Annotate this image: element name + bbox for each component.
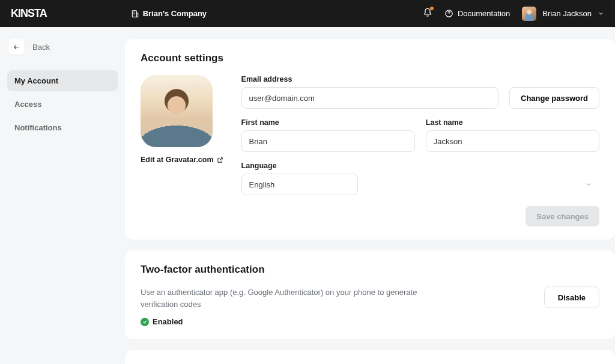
save-changes-button[interactable]: Save changes bbox=[526, 206, 599, 226]
email-field[interactable] bbox=[241, 87, 498, 109]
two-factor-disable-button[interactable]: Disable bbox=[544, 287, 599, 308]
last-name-label: Last name bbox=[426, 118, 599, 127]
logo: KINSTA bbox=[11, 7, 47, 20]
two-factor-title: Two-factor authentication bbox=[141, 264, 599, 276]
change-password-button[interactable]: Change password bbox=[509, 87, 599, 109]
page-title: Account settings bbox=[141, 52, 599, 64]
arrow-left-icon bbox=[13, 43, 20, 51]
user-name: Brian Jackson bbox=[542, 9, 592, 18]
chevron-down-icon bbox=[585, 181, 592, 188]
email-label: Email address bbox=[241, 75, 498, 83]
user-menu[interactable]: Brian Jackson bbox=[522, 7, 604, 21]
last-name-field[interactable] bbox=[426, 130, 599, 152]
sidebar-item-access[interactable]: Access bbox=[7, 94, 118, 115]
ssh-keys-card: SSH keys bbox=[125, 350, 615, 364]
sidebar: Back My Account Access Notifications bbox=[0, 27, 125, 364]
avatar bbox=[522, 7, 536, 21]
language-label: Language bbox=[241, 162, 599, 170]
back-button[interactable] bbox=[8, 39, 24, 55]
building-icon bbox=[131, 10, 139, 18]
documentation-link[interactable]: Documentation bbox=[444, 9, 510, 18]
gravatar-link[interactable]: Edit at Gravatar.com bbox=[141, 156, 223, 164]
chevron-down-icon bbox=[598, 10, 604, 17]
notifications-button[interactable] bbox=[423, 8, 432, 20]
company-selector[interactable]: Brian's Company bbox=[131, 9, 207, 18]
back-label: Back bbox=[32, 43, 50, 52]
top-header: KINSTA Brian's Company Documentation Bri… bbox=[0, 0, 615, 27]
sidebar-item-notifications[interactable]: Notifications bbox=[7, 117, 118, 138]
external-link-icon bbox=[217, 157, 223, 163]
help-icon bbox=[444, 9, 453, 18]
company-name: Brian's Company bbox=[143, 9, 207, 18]
two-factor-status: Enabled bbox=[141, 317, 429, 326]
two-factor-description: Use an authenticator app (e.g. Google Au… bbox=[141, 287, 429, 310]
sidebar-item-my-account[interactable]: My Account bbox=[7, 70, 118, 91]
profile-avatar bbox=[141, 75, 213, 147]
main-content: Account settings Edit at Gravatar.com Em bbox=[125, 27, 615, 364]
first-name-field[interactable] bbox=[241, 130, 415, 152]
language-select[interactable] bbox=[241, 174, 358, 195]
first-name-label: First name bbox=[241, 118, 415, 127]
two-factor-card: Two-factor authentication Use an authent… bbox=[125, 250, 615, 339]
notification-dot-icon bbox=[430, 7, 434, 10]
check-circle-icon bbox=[141, 318, 149, 326]
account-settings-card: Account settings Edit at Gravatar.com Em bbox=[125, 39, 615, 240]
